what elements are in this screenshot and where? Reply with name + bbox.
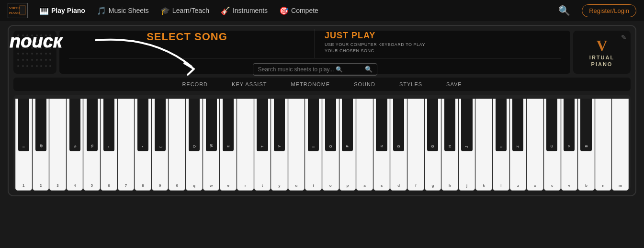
black-key-P[interactable]: P xyxy=(342,99,353,151)
black-key-@[interactable]: @ xyxy=(35,99,46,151)
speaker-dot xyxy=(26,47,28,49)
search-wrapper: 🔍 xyxy=(253,63,377,76)
black-key-W[interactable]: W xyxy=(206,99,217,151)
white-key-f[interactable]: f xyxy=(407,99,424,191)
speaker-dot xyxy=(45,41,47,43)
speaker-dot xyxy=(49,59,51,61)
speaker-dot xyxy=(49,47,51,49)
speaker-dot xyxy=(26,53,28,55)
black-key-G[interactable]: G xyxy=(427,99,438,151)
music-sheets-icon: 🎵 xyxy=(97,6,106,15)
tab-just-play[interactable]: JUST PLAY USE YOUR COMPUTER KEYBOARD TO … xyxy=(315,29,561,57)
speaker-dot xyxy=(17,65,19,67)
nav-item-learn-teach[interactable]: 🎓 Learn/Teach xyxy=(160,6,209,15)
white-key-r[interactable]: r xyxy=(237,99,254,191)
speaker-dot xyxy=(22,65,24,67)
compete-icon: 🎯 xyxy=(279,6,289,15)
black-key-Y[interactable]: Y xyxy=(274,99,285,151)
speaker-dot xyxy=(40,41,42,43)
edit-icon[interactable]: ✎ xyxy=(621,34,627,41)
speaker-dot xyxy=(36,53,38,55)
nav-item-compete[interactable]: 🎯 Compete xyxy=(279,6,318,15)
speaker-dot xyxy=(36,59,38,61)
speaker-dot xyxy=(26,59,28,61)
black-key-Z[interactable]: Z xyxy=(512,99,523,151)
svg-text:PIANO: PIANO xyxy=(9,11,20,15)
white-key-k[interactable]: k xyxy=(475,99,492,191)
black-key-B[interactable]: B xyxy=(580,99,591,151)
just-play-subtitle: USE YOUR COMPUTER KEYBOARD TO PLAYYOUR C… xyxy=(325,42,561,54)
toolbar-sound[interactable]: SOUND xyxy=(354,81,375,87)
speaker-dot xyxy=(17,53,19,55)
piano-icon: 🎹 xyxy=(39,6,49,15)
black-key-I[interactable]: I xyxy=(308,99,319,151)
white-key-u[interactable]: u xyxy=(288,99,305,191)
black-key-Q[interactable]: Q xyxy=(189,99,200,151)
center-panel: SELECT SONG JUST PLAY USE YOUR COMPUTER … xyxy=(59,31,570,74)
right-logo: V IRTUAL PIANO xyxy=(589,37,614,67)
black-key-L[interactable]: L xyxy=(496,99,507,151)
speaker-dot xyxy=(40,53,42,55)
speaker-dot xyxy=(22,41,24,43)
white-key-x[interactable]: x xyxy=(527,99,543,191)
learn-teach-icon: 🎓 xyxy=(160,6,170,15)
black-key-%[interactable]: % xyxy=(87,99,98,151)
black-key-H[interactable]: H xyxy=(444,99,455,151)
toolbar-styles[interactable]: STYLES xyxy=(399,81,422,87)
black-key-O[interactable]: O xyxy=(325,99,336,151)
navigation: VIRTUAL PIANO 🎹 Play Piano 🎵 Music Sheet… xyxy=(0,0,644,21)
speaker-dot xyxy=(45,59,47,61)
white-key-n[interactable]: n xyxy=(595,99,612,191)
black-key-C[interactable]: C xyxy=(546,99,557,151)
black-key-S[interactable]: S xyxy=(376,99,387,151)
toolbar-record[interactable]: RECORD xyxy=(182,81,208,87)
toolbar: RECORD KEY ASSIST METRONOME SOUND STYLES… xyxy=(13,78,631,91)
black-key-J[interactable]: J xyxy=(461,99,472,151)
logo-icon: VIRTUAL PIANO xyxy=(8,3,28,18)
speaker-dot xyxy=(22,34,24,36)
black-key-V[interactable]: V xyxy=(564,99,575,151)
speaker-dot xyxy=(40,34,42,36)
tab-select-song[interactable]: SELECT SONG xyxy=(69,29,315,57)
speaker-dot xyxy=(36,47,38,49)
keyboard-wrapper: 1234567890qwertyuiopasdfghjklzxcvbnm !@$… xyxy=(13,95,631,191)
black-key-$[interactable]: $ xyxy=(69,99,80,151)
search-icon[interactable]: 🔍 xyxy=(558,5,570,16)
speaker-dot xyxy=(31,41,33,43)
speaker-dot xyxy=(40,65,42,67)
black-key-T[interactable]: T xyxy=(257,99,268,151)
instruments-icon: 🎸 xyxy=(221,6,230,15)
logo-v-letter: V xyxy=(589,37,614,55)
toolbar-save[interactable]: SAVE xyxy=(446,81,462,87)
black-key-D[interactable]: D xyxy=(393,99,404,151)
speaker-dot xyxy=(17,41,19,43)
speaker-dot xyxy=(17,34,19,36)
register-login-button[interactable]: Register/Login xyxy=(582,4,636,17)
toolbar-key-assist[interactable]: KEY ASSIST xyxy=(232,81,267,87)
white-key-a[interactable]: a xyxy=(356,99,373,191)
white-key-0[interactable]: 0 xyxy=(169,99,185,191)
black-key-![interactable]: ! xyxy=(18,99,29,151)
toolbar-metronome[interactable]: METRONOME xyxy=(291,81,330,87)
nav-item-music-sheets[interactable]: 🎵 Music Sheets xyxy=(97,6,149,15)
black-key-^[interactable]: ^ xyxy=(103,99,114,151)
speaker-dot xyxy=(26,41,28,43)
white-key-m[interactable]: m xyxy=(612,99,629,191)
black-key-E[interactable]: E xyxy=(223,99,234,151)
logo[interactable]: VIRTUAL PIANO xyxy=(8,3,28,18)
white-key-7[interactable]: 7 xyxy=(118,99,135,191)
right-logo-panel: ✎ V IRTUAL PIANO xyxy=(573,31,631,74)
white-key-3[interactable]: 3 xyxy=(49,99,66,191)
speaker-dot xyxy=(49,41,51,43)
speaker-dot xyxy=(31,34,33,36)
nav-item-instruments[interactable]: 🎸 Instruments xyxy=(221,6,268,15)
black-key-([interactable]: ( xyxy=(155,99,166,151)
search-input[interactable] xyxy=(253,63,377,76)
speaker-dot xyxy=(26,65,28,67)
upper-panel: SELECT SONG JUST PLAY USE YOUR COMPUTER … xyxy=(13,31,631,74)
speaker-dot xyxy=(36,34,38,36)
search-icon-inner: 🔍 xyxy=(365,66,373,73)
nav-item-play-piano[interactable]: 🎹 Play Piano xyxy=(39,6,85,15)
speaker-dot xyxy=(40,47,42,49)
black-key-*[interactable]: * xyxy=(137,99,148,151)
